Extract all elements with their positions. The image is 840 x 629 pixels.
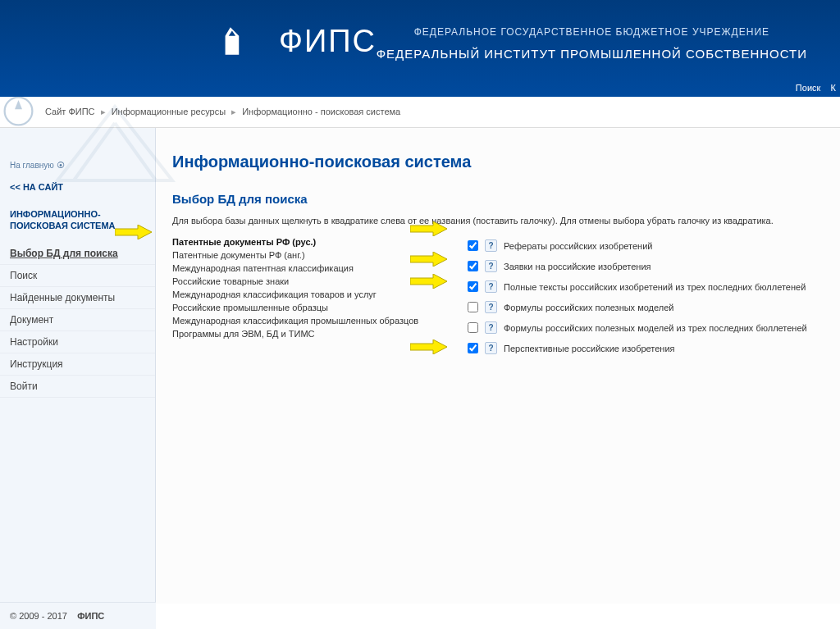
category-list: Патентные документы РФ (рус.) Патентные …: [172, 235, 435, 358]
fips-logo-icon: [213, 21, 254, 62]
footer: © 2009 - 2017 ФИПС: [0, 602, 156, 629]
help-icon[interactable]: ?: [485, 280, 497, 293]
footer-org: ФИПС: [77, 611, 104, 621]
database-row: ? Перспективные российские изобретения: [468, 338, 824, 358]
section-title: Выбор БД для поиска: [172, 192, 824, 206]
database-row: ? Рефераты российских изобретений: [468, 235, 824, 256]
db-checkbox[interactable]: [468, 240, 478, 251]
category-item[interactable]: Патентные документы РФ (анг.): [172, 248, 435, 262]
database-list: ? Рефераты российских изобретений ? Заяв…: [468, 235, 824, 358]
db-checkbox[interactable]: [468, 343, 478, 353]
sidebar-item-found[interactable]: Найденные документы: [0, 287, 155, 309]
breadcrumb-sep: ▸: [231, 107, 236, 116]
sidebar-item-instructions[interactable]: Инструкция: [0, 353, 155, 376]
category-item[interactable]: Российские товарные знаки: [172, 275, 435, 288]
breadcrumb-item-2[interactable]: Информационно - поисковая система: [242, 107, 400, 116]
sidebar-item-search[interactable]: Поиск: [0, 265, 155, 287]
category-item[interactable]: Патентные документы РФ (рус.): [172, 235, 435, 248]
content: Информационно-поисковая система Выбор БД…: [156, 128, 840, 604]
category-item[interactable]: Программы для ЭВМ, БД и ТИМС: [172, 327, 435, 340]
footer-copyright: © 2009 - 2017: [10, 611, 67, 621]
db-label: Формулы российских полезных моделей из т…: [504, 323, 807, 333]
sidebar-item-settings[interactable]: Настройки: [0, 331, 155, 353]
db-checkbox[interactable]: [468, 261, 478, 271]
database-row: ? Заявки на российские изобретения: [468, 256, 824, 276]
database-row: ? Формулы российских полезных моделей: [468, 297, 824, 317]
db-label: Формулы российских полезных моделей: [504, 303, 673, 312]
db-checkbox[interactable]: [468, 322, 478, 333]
header-link-search[interactable]: Поиск: [796, 83, 820, 93]
category-item[interactable]: Российские промышленные образцы: [172, 301, 435, 314]
intro-text: Для выбора базы данных щелкнуть в квадра…: [172, 216, 824, 226]
category-item[interactable]: Международная классификация промышленных…: [172, 314, 435, 327]
help-icon[interactable]: ?: [485, 301, 497, 313]
header: ФИПС ФЕДЕРАЛЬНОЕ ГОСУДАРСТВЕННОЕ БЮДЖЕТН…: [0, 0, 840, 97]
sidebar-back-link[interactable]: << НА САЙТ: [0, 182, 155, 204]
page-title: Информационно-поисковая система: [172, 153, 824, 171]
sidebar-heading: ИНФОРМАЦИОННО-ПОИСКОВАЯ СИСТЕМА: [0, 204, 155, 236]
help-icon[interactable]: ?: [485, 321, 497, 334]
db-label: Рефераты российских изобретений: [504, 241, 652, 251]
category-item[interactable]: Международная классификация товаров и ус…: [172, 288, 435, 301]
database-row: ? Полные тексты российских изобретений и…: [468, 276, 824, 297]
help-icon[interactable]: ?: [485, 239, 497, 252]
help-icon[interactable]: ?: [485, 260, 497, 272]
header-link-k[interactable]: К: [831, 83, 836, 93]
sidebar-item-db-select[interactable]: Выбор БД для поиска: [0, 243, 155, 265]
sidebar-item-document[interactable]: Документ: [0, 309, 155, 331]
db-label: Полные тексты российских изобретений из …: [504, 282, 806, 292]
db-label: Перспективные российские изобретения: [504, 344, 675, 353]
sidebar: На главную ⦿ << НА САЙТ ИНФОРМАЦИОННО-ПО…: [0, 128, 156, 604]
db-label: Заявки на российские изобретения: [504, 262, 651, 271]
brand-text: ФИПС: [279, 24, 377, 59]
help-icon[interactable]: ?: [485, 342, 497, 354]
header-subtitle2: ФЕДЕРАЛЬНЫЙ ИНСТИТУТ ПРОМЫШЛЕННОЙ СОБСТВ…: [377, 44, 807, 64]
emblem-icon: [0, 93, 37, 130]
database-row: ? Формулы российских полезных моделей из…: [468, 317, 824, 338]
sidebar-item-login[interactable]: Войти: [0, 376, 155, 398]
db-checkbox[interactable]: [468, 302, 478, 312]
header-subtitle1: ФЕДЕРАЛЬНОЕ ГОСУДАРСТВЕННОЕ БЮДЖЕТНОЕ УЧ…: [377, 25, 807, 40]
category-item[interactable]: Международная патентная классификация: [172, 262, 435, 275]
db-checkbox[interactable]: [468, 281, 478, 292]
